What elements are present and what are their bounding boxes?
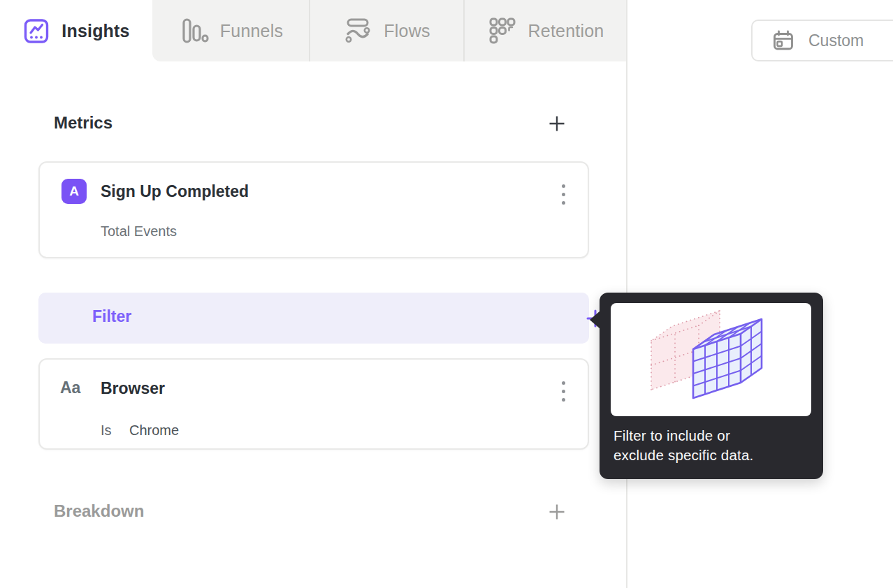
filter-title: Filter <box>92 307 131 326</box>
filter-operator[interactable]: Is <box>101 422 112 439</box>
filter-cube-illustration <box>611 303 811 416</box>
tab-flows[interactable]: Flows <box>309 0 463 61</box>
filter-section-header[interactable]: Filter <box>38 293 589 344</box>
plus-icon <box>547 114 567 133</box>
analysis-tabbar: Insights Funnels Flows Retention <box>0 0 627 61</box>
tab-retention-label: Retention <box>528 21 604 41</box>
breakdown-section-header: Breakdown <box>0 500 627 527</box>
add-breakdown-button[interactable] <box>547 502 567 522</box>
add-metric-button[interactable] <box>547 114 567 133</box>
metrics-section-header: Metrics <box>0 112 627 138</box>
metric-badge: A <box>61 179 87 204</box>
funnel-bars-icon <box>178 17 209 45</box>
flow-stream-icon <box>343 16 372 45</box>
kebab-menu-icon <box>562 184 565 205</box>
metrics-title: Metrics <box>54 113 112 133</box>
filter-card[interactable]: Aa Browser Is Chrome <box>38 358 589 450</box>
tooltip-text: Filter to include or exclude specific da… <box>614 426 813 465</box>
date-range-custom-button[interactable]: Custom <box>751 20 893 61</box>
filter-value[interactable]: Chrome <box>129 422 179 439</box>
plus-icon <box>547 502 567 522</box>
tab-insights[interactable]: Insights <box>0 0 152 61</box>
tooltip-arrow <box>590 311 600 329</box>
tab-funnels[interactable]: Funnels <box>152 0 309 61</box>
tooltip-text-line1: Filter to include or <box>614 426 813 446</box>
text-property-icon: Aa <box>60 378 80 397</box>
tab-retention[interactable]: Retention <box>463 0 627 61</box>
metric-menu-button[interactable] <box>561 179 565 209</box>
tab-insights-label: Insights <box>61 21 129 41</box>
dot-grid-icon <box>488 16 517 45</box>
metric-measurement[interactable]: Total Events <box>101 223 177 240</box>
metric-card[interactable]: A Sign Up Completed Total Events <box>38 161 589 258</box>
tooltip-illustration-frame <box>611 303 811 416</box>
breakdown-title: Breakdown <box>54 501 144 521</box>
filter-help-tooltip: Filter to include or exclude specific da… <box>600 293 823 479</box>
filter-menu-button[interactable] <box>561 376 565 406</box>
line-chart-icon <box>22 17 50 45</box>
tab-funnels-label: Funnels <box>220 21 283 41</box>
date-range-label: Custom <box>808 31 864 50</box>
filter-property-name: Browser <box>101 379 165 398</box>
tab-flows-label: Flows <box>384 21 430 41</box>
metric-event-name: Sign Up Completed <box>101 182 249 201</box>
kebab-menu-icon <box>562 381 565 402</box>
tooltip-text-line2: exclude specific data. <box>614 446 813 465</box>
calendar-icon <box>772 29 794 52</box>
